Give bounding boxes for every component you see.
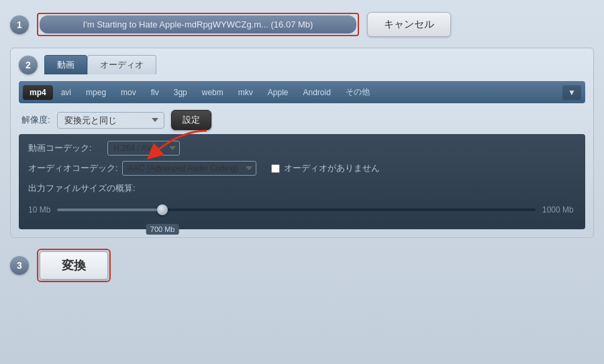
audio-codec-label: オーディオコーデック: [28, 162, 118, 174]
slider-min-label: 10 Mb [28, 205, 50, 215]
slider-wrapper: 700 Mb [57, 200, 536, 220]
cancel-button[interactable]: キャンセル [367, 12, 451, 37]
slider-value-bubble: 700 Mb [146, 224, 179, 235]
slider-fill [57, 208, 162, 211]
format-flv[interactable]: flv [144, 85, 166, 100]
format-mov[interactable]: mov [114, 85, 143, 100]
convert-button[interactable]: 変換 [40, 251, 108, 280]
resolution-select[interactable]: 変換元と同じ 1920x1080 1280x720 854x480 640x36… [57, 112, 164, 129]
step3-circle: 3 [10, 256, 29, 275]
slider-row: 10 Mb 700 Mb 1000 Mb [28, 200, 576, 220]
convert-btn-wrapper: 変換 [37, 249, 111, 282]
no-audio-checkbox[interactable] [271, 164, 280, 173]
no-audio-label: オーディオがありません [284, 162, 380, 174]
tab-audio[interactable]: オーディオ [87, 55, 156, 74]
main-container: 1 I'm Starting to Hate Apple-mdRpgWYWCZg… [0, 0, 604, 364]
format-mpeg[interactable]: mpeg [79, 85, 113, 100]
video-codec-label: 動画コーデック: [28, 142, 102, 154]
slider-track [57, 208, 536, 211]
slider-section: 出力ファイルサイズの概算: 10 Mb 700 Mb 1000 Mb [28, 182, 576, 220]
video-codec-select[interactable]: H.264 / AVC H.265 / HEVC MPEG-4 VP9 AV1 [107, 141, 180, 156]
format-more-button[interactable]: ▼ [562, 85, 581, 100]
format-avi[interactable]: avi [54, 85, 78, 100]
format-apple[interactable]: Apple [261, 85, 295, 100]
section1: 1 I'm Starting to Hate Apple-mdRpgWYWCZg… [10, 7, 594, 42]
file-bar: I'm Starting to Hate Apple-mdRpgWYWCZg.m… [40, 15, 356, 34]
audio-codec-row: オーディオコーデック: AAC (Advanced Audio Coding) … [28, 161, 576, 176]
tab-video[interactable]: 動画 [44, 55, 87, 74]
slider-thumb[interactable] [157, 204, 168, 215]
section2: 2 動画 オーディオ mp4 avi mpeg mov flv 3gp webm… [10, 48, 594, 238]
audio-codec-select[interactable]: AAC (Advanced Audio Coding) MP3 OGG FLAC… [122, 161, 256, 176]
section3: 3 変換 [10, 243, 594, 285]
format-mp4[interactable]: mp4 [23, 85, 53, 100]
dark-panel: 動画コーデック: H.264 / AVC H.265 / HEVC MPEG-4… [19, 134, 585, 229]
section2-header: 2 動画 オーディオ [19, 55, 585, 74]
format-webm[interactable]: webm [195, 85, 230, 100]
format-other[interactable]: その他 [339, 84, 376, 101]
file-bar-wrapper: I'm Starting to Hate Apple-mdRpgWYWCZg.m… [37, 13, 359, 36]
settings-button[interactable]: 設定 [171, 110, 211, 130]
file-size-title: 出力ファイルサイズの概算: [28, 182, 576, 194]
step2-circle: 2 [19, 56, 38, 74]
settings-row: 解像度: 変換元と同じ 1920x1080 1280x720 854x480 6… [19, 110, 585, 130]
step1-circle: 1 [10, 15, 29, 34]
resolution-label: 解像度: [21, 114, 50, 126]
tabs-container: 動画 オーディオ [44, 55, 156, 74]
format-3gp[interactable]: 3gp [167, 85, 194, 100]
slider-max-label: 1000 Mb [542, 205, 576, 215]
video-codec-row: 動画コーデック: H.264 / AVC H.265 / HEVC MPEG-4… [28, 141, 576, 156]
format-bar: mp4 avi mpeg mov flv 3gp webm mkv Apple … [19, 81, 585, 103]
format-mkv[interactable]: mkv [232, 85, 260, 100]
format-android[interactable]: Android [296, 85, 337, 100]
